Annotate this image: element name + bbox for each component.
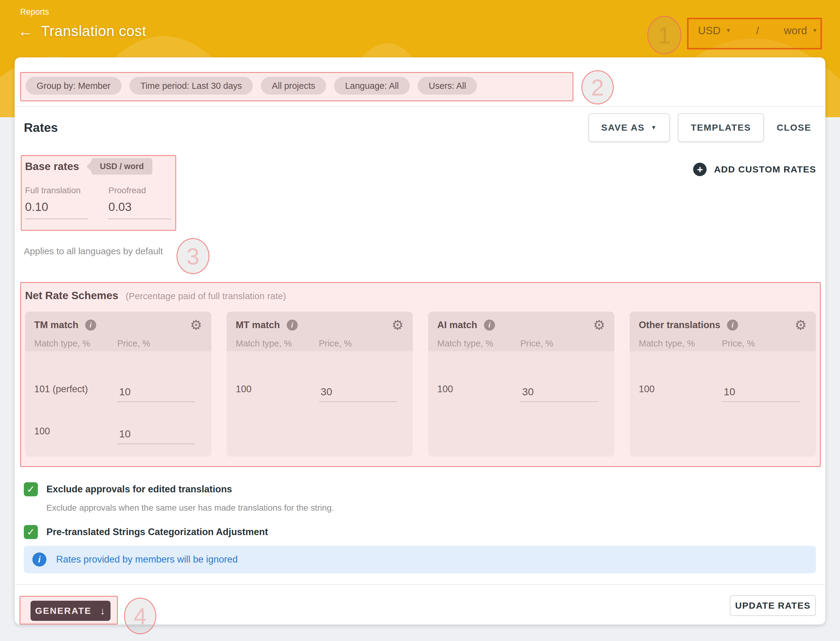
scheme-cards-row: TM match i ⚙ Match type, % Price, % 101 … bbox=[25, 312, 816, 457]
page-title: Translation cost bbox=[41, 23, 146, 39]
info-banner: i Rates provided by members will be igno… bbox=[24, 546, 816, 573]
info-icon[interactable]: i bbox=[287, 320, 298, 330]
gear-icon[interactable]: ⚙ bbox=[593, 318, 605, 332]
scheme-rows: 100 10 bbox=[630, 351, 816, 402]
base-rates-header: Base rates USD / word bbox=[25, 158, 152, 175]
rates-actions: SAVE AS ▼ TEMPLATES CLOSE bbox=[588, 113, 816, 142]
info-icon[interactable]: i bbox=[484, 320, 495, 330]
generate-button[interactable]: GENERATE ↓ bbox=[31, 601, 111, 621]
scheme-card-header: Other translations i ⚙ Match type, % Pri… bbox=[630, 312, 816, 351]
chevron-down-icon: ▼ bbox=[726, 27, 731, 34]
chip-time-period[interactable]: Time period: Last 30 days bbox=[129, 77, 253, 95]
checkbox-checked[interactable]: ✓ bbox=[24, 482, 38, 496]
update-rates-button[interactable]: UPDATE RATES bbox=[730, 595, 816, 616]
scheme-title: Other translations bbox=[639, 320, 720, 330]
unit-dropdown[interactable]: word ▼ bbox=[784, 24, 818, 37]
separator: / bbox=[756, 25, 759, 37]
currency-value: USD bbox=[698, 24, 721, 37]
gear-icon[interactable]: ⚙ bbox=[392, 318, 404, 332]
match-type-value: 100 bbox=[639, 384, 722, 402]
price-input[interactable]: 10 bbox=[722, 386, 800, 402]
scheme-card-ai-match: AI match i ⚙ Match type, % Price, % 100 … bbox=[428, 312, 614, 457]
field-label: Proofread bbox=[108, 185, 171, 195]
info-icon: i bbox=[32, 552, 47, 567]
match-type-value: 100 bbox=[437, 384, 520, 402]
scheme-row: 100 10 bbox=[34, 407, 195, 444]
save-as-label: SAVE AS bbox=[601, 122, 645, 133]
net-rate-schemes-subtitle: (Percentage paid of full translation rat… bbox=[126, 291, 286, 301]
match-type-value: 100 bbox=[34, 426, 117, 444]
generate-label: GENERATE bbox=[35, 606, 91, 616]
scheme-row: 100 30 bbox=[236, 365, 397, 402]
field-value: 0.10 bbox=[25, 200, 88, 214]
price-input[interactable]: 30 bbox=[520, 386, 598, 402]
match-type-column-header: Match type, % bbox=[34, 338, 117, 349]
option-label: Exclude approvals for edited translation… bbox=[47, 484, 232, 495]
chevron-down-icon: ▼ bbox=[651, 124, 657, 131]
save-as-button[interactable]: SAVE AS ▼ bbox=[588, 113, 670, 142]
scheme-row: 100 30 bbox=[437, 365, 598, 402]
info-icon[interactable]: i bbox=[85, 320, 96, 330]
breadcrumb[interactable]: Reports bbox=[20, 7, 49, 17]
scheme-card-tm-match: TM match i ⚙ Match type, % Price, % 101 … bbox=[25, 312, 211, 457]
match-type-value: 100 bbox=[236, 384, 319, 402]
templates-button[interactable]: TEMPLATES bbox=[678, 113, 764, 142]
scheme-row: 101 (perfect) 10 bbox=[34, 365, 195, 402]
gear-icon[interactable]: ⚙ bbox=[190, 318, 202, 332]
proofread-field[interactable]: Proofread 0.03 bbox=[108, 185, 171, 219]
chip-projects[interactable]: All projects bbox=[261, 77, 326, 95]
unit-value: word bbox=[784, 24, 807, 37]
base-rates-title: Base rates bbox=[25, 160, 79, 172]
back-arrow-icon[interactable]: ← bbox=[18, 24, 33, 39]
filter-chips-row: Group by: Member Time period: Last 30 da… bbox=[26, 77, 477, 95]
scheme-title: AI match bbox=[437, 320, 477, 330]
title-row: ← Translation cost bbox=[18, 23, 146, 39]
arrow-down-icon: ↓ bbox=[100, 605, 106, 617]
info-banner-text: Rates provided by members will be ignore… bbox=[56, 554, 237, 565]
add-custom-rates-label: ADD CUSTOM RATES bbox=[714, 164, 816, 175]
match-type-value: 101 (perfect) bbox=[34, 384, 117, 402]
gear-icon[interactable]: ⚙ bbox=[795, 318, 807, 332]
match-type-column-header: Match type, % bbox=[236, 338, 319, 349]
scheme-title: TM match bbox=[34, 320, 79, 330]
net-rate-schemes-header: Net Rate Schemes (Percentage paid of ful… bbox=[25, 289, 286, 301]
info-icon[interactable]: i bbox=[727, 320, 738, 330]
divider bbox=[15, 106, 825, 107]
plus-icon: + bbox=[693, 163, 706, 176]
full-translation-field[interactable]: Full translation 0.10 bbox=[25, 185, 88, 219]
scheme-rows: 101 (perfect) 10 100 10 bbox=[25, 351, 211, 444]
scheme-card-header: AI match i ⚙ Match type, % Price, % bbox=[428, 312, 614, 351]
field-label: Full translation bbox=[25, 185, 88, 195]
chip-group-by[interactable]: Group by: Member bbox=[26, 77, 121, 95]
option-exclude-approvals: ✓ Exclude approvals for edited translati… bbox=[24, 482, 813, 496]
currency-dropdown[interactable]: USD ▼ bbox=[698, 24, 731, 37]
net-rate-schemes-title: Net Rate Schemes bbox=[25, 289, 118, 301]
scheme-rows: 100 30 bbox=[428, 351, 614, 402]
price-column-header: Price, % bbox=[520, 338, 605, 349]
match-type-column-header: Match type, % bbox=[437, 338, 520, 349]
add-custom-rates-button[interactable]: + ADD CUSTOM RATES bbox=[693, 162, 816, 177]
scheme-card-header: TM match i ⚙ Match type, % Price, % bbox=[25, 312, 211, 351]
option-pretranslated-adjustment: ✓ Pre-translated Strings Categorization … bbox=[24, 525, 813, 539]
scheme-row: 100 10 bbox=[639, 365, 800, 402]
price-input[interactable]: 10 bbox=[117, 386, 195, 402]
price-input[interactable]: 30 bbox=[319, 386, 397, 402]
update-rates-label: UPDATE RATES bbox=[735, 601, 811, 611]
currency-unit-badge: USD / word bbox=[91, 158, 152, 175]
close-button[interactable]: CLOSE bbox=[772, 122, 816, 133]
currency-unit-selector: USD ▼ / word ▼ bbox=[698, 24, 818, 37]
price-column-header: Price, % bbox=[722, 338, 807, 349]
option-description: Exclude approvals when the same user has… bbox=[47, 502, 813, 514]
scheme-card-other-translations: Other translations i ⚙ Match type, % Pri… bbox=[630, 312, 816, 457]
rates-title: Rates bbox=[24, 121, 58, 135]
checkbox-checked[interactable]: ✓ bbox=[24, 525, 38, 539]
chip-language[interactable]: Language: All bbox=[334, 77, 410, 95]
option-label: Pre-translated Strings Categorization Ad… bbox=[47, 527, 268, 538]
scheme-title: MT match bbox=[236, 320, 280, 330]
rates-header-row: Rates SAVE AS ▼ TEMPLATES CLOSE bbox=[24, 113, 816, 142]
scheme-card-mt-match: MT match i ⚙ Match type, % Price, % 100 … bbox=[227, 312, 413, 457]
chip-users[interactable]: Users: All bbox=[418, 77, 477, 95]
price-input[interactable]: 10 bbox=[117, 428, 195, 444]
divider bbox=[15, 584, 825, 585]
scheme-card-header: MT match i ⚙ Match type, % Price, % bbox=[227, 312, 413, 351]
